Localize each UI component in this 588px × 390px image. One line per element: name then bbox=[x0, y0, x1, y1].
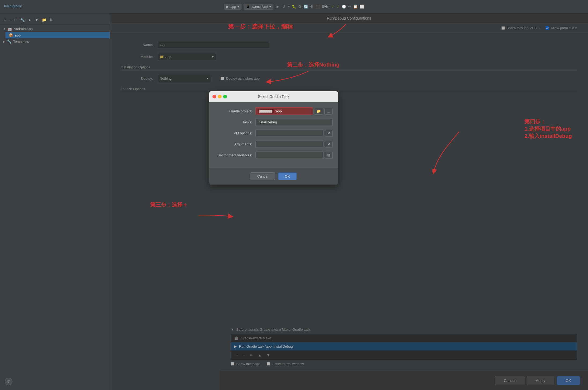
wrench-icon: 🔧 bbox=[7, 39, 12, 44]
add-config-button[interactable]: + bbox=[3, 17, 7, 23]
sidebar: + − □ 🔧 ▲ ▼ 📁 ⇅ ▼ 🤖 Android App 📦 app ▶ … bbox=[0, 13, 110, 390]
project-value: :app bbox=[275, 109, 282, 113]
help-button[interactable]: ? bbox=[5, 378, 12, 385]
modal-footer: Cancel OK bbox=[209, 168, 338, 185]
device-dropdown[interactable]: 📱 learnphone ▾ bbox=[244, 4, 273, 10]
remove-config-button[interactable]: − bbox=[8, 17, 12, 23]
gradle-project-label: Gradle project: bbox=[215, 109, 252, 113]
run-config-chevron: ▾ bbox=[237, 5, 239, 9]
file-label[interactable]: build.gradle bbox=[4, 4, 22, 8]
arguments-label: Arguments: bbox=[215, 142, 252, 146]
arguments-expand-button[interactable]: ↗ bbox=[325, 141, 333, 148]
templates-label: Templates bbox=[13, 40, 29, 44]
run-icon: ▶ bbox=[226, 5, 229, 9]
modal-title-bar: Select Gradle Task bbox=[209, 91, 338, 102]
gradle-cancel-button[interactable]: Cancel bbox=[251, 172, 275, 180]
device-icon: 📱 bbox=[246, 5, 250, 9]
svn-label: SVN: bbox=[322, 5, 329, 9]
maximize-button[interactable] bbox=[223, 95, 227, 98]
down-config-button[interactable]: ▼ bbox=[34, 17, 40, 23]
sort-config-button[interactable]: ⇅ bbox=[49, 17, 54, 23]
vm-input-group: ↗ bbox=[255, 130, 333, 137]
window-controls bbox=[212, 95, 227, 98]
run-config-dropdown[interactable]: ▶ app ▾ bbox=[224, 4, 241, 10]
tree-item-templates[interactable]: ▶ 🔧 Templates bbox=[0, 38, 110, 45]
tree-item-app[interactable]: 📦 app bbox=[5, 32, 110, 38]
arguments-input[interactable] bbox=[255, 141, 324, 148]
gradle-project-folder-button[interactable]: 📁 bbox=[314, 108, 323, 115]
vm-input[interactable] bbox=[255, 130, 324, 137]
tasks-input[interactable] bbox=[255, 119, 333, 126]
env-input-group: ⊞ bbox=[255, 152, 333, 159]
top-bar-center: ▶ app ▾ 📱 learnphone ▾ ▶ ↺ ≡ 🐛 ♻ 🔄 ⚙ ⬛ S… bbox=[224, 4, 364, 10]
folder-config-button[interactable]: 📁 bbox=[41, 17, 47, 23]
vm-expand-button[interactable]: ↗ bbox=[325, 130, 333, 137]
run-config-label: app bbox=[230, 5, 236, 9]
gradle-project-input-group: ▓▓▓▓▓▓ :app 📁 … bbox=[255, 107, 333, 115]
minimize-button[interactable] bbox=[218, 95, 222, 98]
gradle-ok-button[interactable]: OK bbox=[278, 172, 297, 180]
gradle-project-input[interactable]: ▓▓▓▓▓▓ :app bbox=[255, 107, 313, 115]
copy-config-button[interactable]: □ bbox=[13, 17, 18, 23]
main-layout: + − □ 🔧 ▲ ▼ 📁 ⇅ ▼ 🤖 Android App 📦 app ▶ … bbox=[0, 13, 588, 390]
wrench-config-button[interactable]: 🔧 bbox=[19, 17, 26, 23]
arguments-input-group: ↗ bbox=[255, 141, 333, 148]
tasks-label: Tasks: bbox=[215, 120, 252, 124]
gradle-project-more-button[interactable]: … bbox=[324, 108, 333, 115]
android-icon: 🤖 bbox=[8, 27, 12, 31]
tasks-row: Tasks: bbox=[215, 119, 333, 126]
vm-options-row: VM options: ↗ bbox=[215, 130, 333, 137]
device-chevron: ▾ bbox=[269, 5, 271, 9]
gradle-dialog-title: Select Gradle Task bbox=[214, 94, 334, 99]
project-path-text: ▓▓▓▓▓▓ bbox=[258, 109, 274, 113]
arguments-row: Arguments: ↗ bbox=[215, 141, 333, 148]
templates-arrow: ▶ bbox=[3, 40, 5, 43]
vm-label: VM options: bbox=[215, 131, 252, 135]
expand-arrow: ▼ bbox=[3, 27, 6, 30]
tree-item-android-app[interactable]: ▼ 🤖 Android App bbox=[0, 25, 110, 32]
top-bar: build.gradle ▶ app ▾ 📱 learnphone ▾ ▶ ↺ … bbox=[0, 0, 588, 13]
device-label: learnphone bbox=[252, 5, 268, 9]
env-input[interactable] bbox=[255, 152, 324, 159]
main-content: Run/Debug Configurations Share through V… bbox=[110, 13, 588, 390]
gradle-task-dialog: Select Gradle Task Gradle project: ▓▓▓▓▓… bbox=[209, 91, 338, 185]
env-label: Environment variables: bbox=[215, 153, 252, 157]
close-button[interactable] bbox=[212, 95, 216, 98]
modal-body: Gradle project: ▓▓▓▓▓▓ :app 📁 … Tasks: bbox=[209, 102, 338, 168]
app-label: app bbox=[15, 33, 21, 37]
modal-overlay bbox=[110, 13, 588, 390]
env-vars-row: Environment variables: ⊞ bbox=[215, 152, 333, 159]
env-table-button[interactable]: ⊞ bbox=[325, 152, 333, 159]
app-icon: 📦 bbox=[9, 33, 13, 37]
gradle-project-row: Gradle project: ▓▓▓▓▓▓ :app 📁 … bbox=[215, 107, 333, 115]
up-config-button[interactable]: ▲ bbox=[27, 17, 33, 23]
android-app-label: Android App bbox=[14, 27, 33, 31]
sidebar-toolbar: + − □ 🔧 ▲ ▼ 📁 ⇅ bbox=[0, 16, 110, 24]
